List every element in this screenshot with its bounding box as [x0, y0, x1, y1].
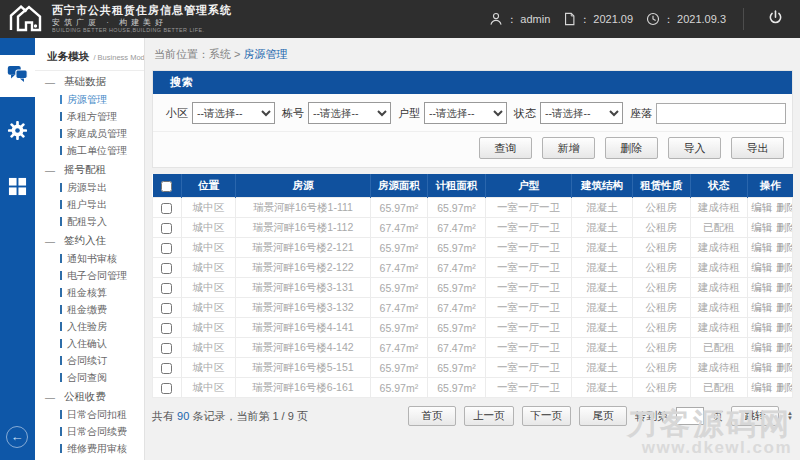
status-select[interactable]: --请选择-- — [540, 102, 623, 124]
sidebar-group-public-rental-fees[interactable]: — 公租收费 — [35, 386, 144, 406]
delete-link[interactable]: 删除 — [776, 361, 792, 373]
item-bullet-icon — [60, 217, 62, 226]
cell-area: 65.97m² — [370, 378, 428, 398]
row-checkbox[interactable] — [161, 363, 172, 374]
delete-link[interactable]: 删除 — [776, 241, 792, 253]
add-button[interactable]: 新增 — [542, 137, 595, 159]
building-select[interactable]: --请选择-- — [308, 102, 391, 124]
sidebar-item-housing-management[interactable]: 房源管理 — [35, 91, 144, 108]
address-filter-label: 座落 — [630, 106, 652, 121]
cell-structure: 混凝土 — [572, 238, 633, 258]
breadcrumb-current[interactable]: 房源管理 — [244, 48, 288, 60]
edit-link[interactable]: 编辑 — [751, 381, 772, 393]
sidebar-item-econtract-management[interactable]: 电子合同管理 — [35, 267, 144, 284]
first-page-button[interactable]: 首页 — [408, 406, 456, 426]
sidebar-item-daily-contract-rent-deduction[interactable]: 日常合同扣租 — [35, 406, 144, 423]
spinner-down-icon[interactable]: ▼ — [787, 416, 793, 421]
address-input[interactable] — [656, 103, 786, 124]
cell-unit-type: 一室一厅一卫 — [485, 358, 571, 378]
table-header-row: 位置 房源 房源面积 计租面积 户型 建筑结构 租赁性质 状态 操作 — [153, 174, 793, 198]
delete-link[interactable]: 删除 — [776, 281, 792, 293]
query-button[interactable]: 查询 — [479, 137, 532, 159]
sidebar-item-repair-fee-review[interactable]: 维修费用审核 — [35, 440, 144, 457]
module-apps-tab[interactable] — [0, 167, 35, 209]
row-checkbox[interactable] — [161, 283, 172, 294]
sidebar-item-contract-review[interactable]: 合同查阅 — [35, 369, 144, 386]
edit-link[interactable]: 编辑 — [751, 261, 772, 273]
cell-unit-type: 一室一厅一卫 — [485, 258, 571, 278]
goto-page-input[interactable] — [676, 407, 704, 425]
sidebar-item-tenant-export[interactable]: 租户导出 — [35, 196, 144, 213]
export-button[interactable]: 导出 — [731, 137, 784, 159]
module-business-tab[interactable] — [0, 55, 35, 97]
search-panel: 搜索 小区 --请选择-- 栋号 --请选择-- 户型 --请选择-- 状态 — [152, 70, 793, 168]
sidebar-item-construction-units[interactable]: 施工单位管理 — [35, 142, 144, 159]
row-checkbox[interactable] — [161, 383, 172, 394]
collapse-minus-icon: — — [45, 392, 55, 403]
cell-rent-area: 67.47m² — [428, 218, 486, 238]
logout-power-button[interactable] — [761, 7, 790, 31]
sidebar-item-rent-accounting[interactable]: 租金核算 — [35, 284, 144, 301]
sidebar-item-movein-confirmation[interactable]: 入住确认 — [35, 335, 144, 352]
collapse-minus-icon: — — [45, 236, 55, 247]
header-status-area: ： admin ： 2021.09 ： 2021.09.3 — [489, 7, 790, 31]
sidebar-item-housing-export[interactable]: 房源导出 — [35, 179, 144, 196]
community-select[interactable]: --请选择-- — [192, 102, 275, 124]
current-date: ： 2021.09.3 — [646, 12, 726, 27]
row-checkbox[interactable] — [161, 303, 172, 314]
row-checkbox[interactable] — [161, 203, 172, 214]
delete-link[interactable]: 删除 — [776, 341, 792, 353]
delete-link[interactable]: 删除 — [776, 301, 792, 313]
edit-link[interactable]: 编辑 — [751, 221, 772, 233]
sidebar-group-basic-data[interactable]: — 基础数据 — [35, 71, 144, 91]
module-settings-tab[interactable] — [0, 111, 35, 153]
row-checkbox[interactable] — [161, 263, 172, 274]
prev-page-button[interactable]: 上一页 — [464, 406, 514, 426]
cell-area: 65.97m² — [370, 198, 428, 218]
delete-link[interactable]: 删除 — [776, 201, 792, 213]
page-info: 1 / 9 — [272, 410, 293, 422]
sidebar-item-daily-contract-renewal-fee[interactable]: 日常合同续费 — [35, 423, 144, 440]
cell-operation: 编辑删除 — [748, 318, 793, 338]
edit-link[interactable]: 编辑 — [751, 321, 772, 333]
delete-link[interactable]: 删除 — [776, 321, 792, 333]
edit-link[interactable]: 编辑 — [751, 241, 772, 253]
select-all-checkbox[interactable] — [161, 181, 172, 192]
cell-location: 城中区 — [181, 378, 235, 398]
sidebar-item-movein-inspection[interactable]: 入住验房 — [35, 318, 144, 335]
delete-link[interactable]: 删除 — [776, 381, 792, 393]
sidebar-item-rent-payment[interactable]: 租金缴费 — [35, 301, 144, 318]
sidebar-item-tenant-management[interactable]: 承租方管理 — [35, 108, 144, 125]
edit-link[interactable]: 编辑 — [751, 341, 772, 353]
table-row: 城中区 瑞景河畔16号楼2-122 67.47m² 67.47m² 一室一厅一卫… — [153, 258, 793, 278]
row-checkbox[interactable] — [161, 323, 172, 334]
edit-link[interactable]: 编辑 — [751, 361, 772, 373]
delete-link[interactable]: 删除 — [776, 221, 792, 233]
delete-link[interactable]: 删除 — [776, 261, 792, 273]
jump-button[interactable]: 跳转 — [731, 406, 779, 426]
apps-grid-icon — [8, 177, 27, 200]
sidebar-group-lottery-allocation[interactable]: — 摇号配租 — [35, 159, 144, 179]
cell-status: 建成待租 — [690, 318, 748, 338]
sidebar-item-family-members[interactable]: 家庭成员管理 — [35, 125, 144, 142]
edit-link[interactable]: 编辑 — [751, 281, 772, 293]
unit-type-select[interactable]: --请选择-- — [424, 102, 507, 124]
last-page-button[interactable]: 尾页 — [579, 406, 627, 426]
page-spinner[interactable]: ▲ ▼ — [787, 411, 793, 421]
next-page-button[interactable]: 下一页 — [522, 406, 572, 426]
row-checkbox[interactable] — [161, 243, 172, 254]
collapse-sidebar-button[interactable]: ← — [6, 426, 28, 448]
row-checkbox[interactable] — [161, 223, 172, 234]
row-checkbox[interactable] — [161, 343, 172, 354]
sidebar-item-notice-review[interactable]: 通知书审核 — [35, 250, 144, 267]
import-button[interactable]: 导入 — [668, 137, 721, 159]
sidebar-item-allocation-import[interactable]: 配租导入 — [35, 213, 144, 230]
edit-link[interactable]: 编辑 — [751, 301, 772, 313]
sidebar-item-contract-renewal[interactable]: 合同续订 — [35, 352, 144, 369]
cell-rent-area: 67.47m² — [428, 338, 486, 358]
sidebar-group-signing-movein[interactable]: — 签约入住 — [35, 230, 144, 250]
cell-structure: 混凝土 — [572, 218, 633, 238]
cell-structure: 混凝土 — [572, 338, 633, 358]
delete-button[interactable]: 删除 — [605, 137, 658, 159]
edit-link[interactable]: 编辑 — [751, 201, 772, 213]
